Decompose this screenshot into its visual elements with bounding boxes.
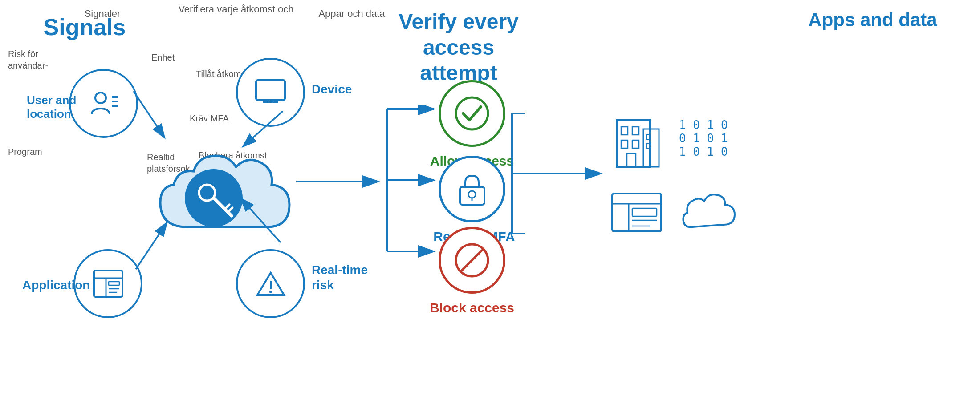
dashboard-icon bbox=[610, 191, 663, 236]
allow-access-circle bbox=[439, 80, 505, 147]
enhet-label: Enhet bbox=[151, 53, 175, 63]
program-label: Program bbox=[8, 147, 42, 157]
outcome-to-apps-arrow bbox=[508, 102, 606, 245]
cloud-to-verify-arrow bbox=[296, 173, 385, 190]
user-location-label: User andlocation bbox=[27, 93, 76, 121]
application-label: Application bbox=[22, 278, 90, 292]
svg-rect-64 bbox=[632, 208, 657, 216]
svg-text:1 0 1 0 1 0: 1 0 1 0 1 0 bbox=[679, 118, 735, 132]
svg-rect-4 bbox=[256, 80, 285, 100]
cloud-app-icon bbox=[681, 191, 739, 236]
app-to-cloud-arrow bbox=[131, 218, 176, 276]
svg-rect-52 bbox=[621, 140, 628, 148]
svg-rect-51 bbox=[632, 127, 639, 135]
block-access-circle bbox=[439, 227, 505, 294]
svg-point-38 bbox=[456, 97, 488, 129]
svg-point-14 bbox=[269, 291, 272, 293]
block-access-label: Block access bbox=[427, 300, 516, 315]
user-to-cloud-arrow bbox=[129, 87, 174, 145]
svg-rect-39 bbox=[460, 187, 484, 205]
apps-large-label: Apps and data bbox=[793, 9, 953, 31]
user-location-circle bbox=[69, 69, 138, 138]
krav-mfa-label: Kräv MFA bbox=[190, 113, 229, 124]
svg-text:0 1 0 1 0 1: 0 1 0 1 0 1 bbox=[679, 132, 735, 145]
verify-large-label: Verify every access attempt bbox=[365, 9, 552, 86]
signals-large-label: Signals bbox=[22, 13, 147, 41]
diagram-container: Signaler Verifiera varje åtkomst och App… bbox=[0, 0, 980, 400]
device-to-cloud-arrow bbox=[236, 107, 285, 151]
realtime-risk-circle bbox=[236, 249, 305, 318]
verify-small-label: Verifiera varje åtkomst och bbox=[165, 4, 307, 15]
device-label: Device bbox=[312, 82, 352, 97]
svg-line-43 bbox=[462, 251, 482, 270]
svg-text:1 0 1 0 1 0: 1 0 1 0 1 0 bbox=[679, 145, 735, 158]
svg-line-23 bbox=[136, 222, 167, 269]
svg-line-27 bbox=[240, 198, 281, 242]
require-mfa-circle bbox=[439, 156, 505, 222]
risk-user-label: Risk föranvändar- bbox=[8, 48, 48, 71]
svg-line-25 bbox=[243, 111, 283, 147]
svg-line-21 bbox=[134, 91, 165, 138]
svg-rect-53 bbox=[632, 140, 639, 148]
data-binary-icon: 1 0 1 0 1 0 0 1 0 1 0 1 1 0 1 0 1 0 bbox=[677, 113, 735, 167]
verify-branch-arrows bbox=[383, 105, 441, 283]
realtime-risk-label: Real-timerisk bbox=[312, 263, 368, 292]
svg-point-0 bbox=[95, 93, 106, 103]
building-icon bbox=[610, 111, 663, 169]
realtime-to-cloud-arrow bbox=[234, 191, 283, 245]
svg-rect-54 bbox=[627, 154, 636, 167]
svg-rect-10 bbox=[109, 282, 119, 285]
svg-point-40 bbox=[468, 191, 476, 198]
svg-rect-50 bbox=[621, 127, 628, 135]
